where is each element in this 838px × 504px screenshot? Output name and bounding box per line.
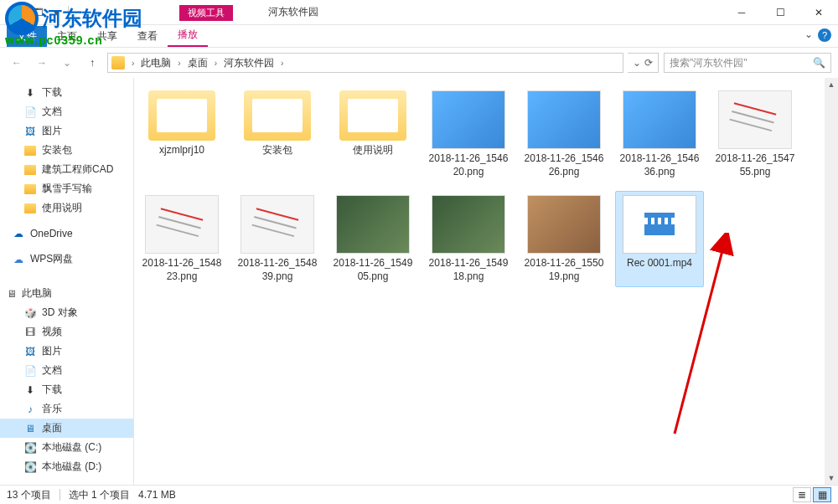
search-input[interactable]: 搜索"河东软件园" 🔍 [664, 53, 831, 73]
sidebar-group-thispc[interactable]: 🖥此电脑 [0, 284, 133, 303]
nav-forward-button[interactable]: → [32, 53, 52, 73]
sidebar-item[interactable]: ⬇下载 [0, 83, 133, 102]
folder-icon [23, 202, 37, 215]
chevron-right-icon[interactable]: › [279, 59, 285, 68]
file-name-label: 2018-11-26_154918.png [428, 257, 509, 283]
download-icon: ⬇ [23, 86, 37, 100]
file-item[interactable]: 2018-11-26_155019.png [520, 191, 608, 287]
music-icon: ♪ [23, 403, 37, 416]
nav-up-button[interactable]: ↑ [82, 53, 102, 73]
status-item-count: 13 个项目 [7, 488, 51, 502]
file-name-label: 2018-11-26_154626.png [524, 152, 604, 178]
file-name-label: 使用说明 [353, 144, 393, 157]
sidebar-item[interactable]: ☁OneDrive [0, 224, 133, 243]
sidebar-item[interactable]: 建筑工程师CAD [0, 160, 133, 179]
file-item[interactable]: 2018-11-26_154823.png [137, 191, 226, 287]
sidebar-item-label: OneDrive [30, 228, 73, 239]
folder-icon [111, 56, 125, 69]
sidebar-item[interactable]: 💽本地磁盘 (C:) [0, 438, 133, 457]
search-placeholder: 搜索"河东软件园" [670, 56, 747, 70]
sidebar-item-label: 安装包 [42, 143, 72, 157]
sidebar-item[interactable]: 🎞视频 [0, 322, 133, 342]
sidebar-item-label: 图片 [42, 344, 62, 358]
sidebar-item-label: 音乐 [42, 402, 62, 416]
sidebar-item[interactable]: ☁WPS网盘 [0, 249, 133, 269]
folder-icon [23, 144, 37, 157]
file-item[interactable]: 2018-11-26_154905.png [328, 191, 417, 287]
sidebar-item[interactable]: ⬇下载 [0, 380, 133, 399]
nav-back-button[interactable]: ← [7, 53, 27, 73]
file-item[interactable]: 2018-11-26_154636.png [615, 86, 704, 183]
file-item[interactable]: xjzmlprj10 [137, 86, 226, 183]
minimize-button[interactable]: ─ [722, 0, 761, 25]
sidebar: ⬇下载📄文档🖼图片安装包建筑工程师CAD飘雪手写输使用说明☁OneDrive☁W… [0, 78, 134, 485]
file-name-label: 2018-11-26_154839.png [237, 257, 318, 283]
image-thumbnail [241, 195, 314, 254]
file-name-label: 安装包 [262, 144, 292, 157]
address-dropdown-icon[interactable]: ⌄ [633, 57, 641, 69]
breadcrumb-folder[interactable]: 河东软件园 [220, 54, 277, 72]
sidebar-item[interactable]: 📄文档 [0, 361, 133, 380]
nav-recent-button[interactable]: ⌄ [57, 53, 77, 73]
file-item[interactable]: 2018-11-26_154626.png [520, 86, 608, 183]
sidebar-item[interactable]: ♪音乐 [0, 399, 133, 419]
sidebar-item[interactable]: 🎲3D 对象 [0, 303, 133, 322]
sidebar-item[interactable]: 飘雪手写输 [0, 179, 133, 198]
download-icon: ⬇ [23, 383, 37, 397]
refresh-icon[interactable]: ⟳ [644, 57, 653, 69]
address-field[interactable]: › 此电脑 › 桌面 › 河东软件园 › [107, 53, 623, 73]
ribbon-tab-file[interactable]: 文件 [7, 26, 47, 47]
vertical-scrollbar[interactable]: ▲▼ [825, 78, 838, 485]
sidebar-item-label: 桌面 [42, 421, 62, 435]
ribbon-expand-icon[interactable]: ⌄ [804, 28, 813, 40]
sidebar-item[interactable]: 💽本地磁盘 (D:) [0, 457, 133, 476]
statusbar: 13 个项目 选中 1 个项目 4.71 MB ≣ ▦ [0, 485, 838, 504]
chevron-right-icon[interactable]: › [213, 59, 219, 68]
view-details-button[interactable]: ≣ [793, 487, 811, 502]
sidebar-item-label: 文档 [42, 105, 62, 119]
ribbon-tab-home[interactable]: 主页 [47, 26, 87, 47]
sidebar-item[interactable]: 安装包 [0, 141, 133, 160]
sidebar-item-label: WPS网盘 [30, 252, 73, 266]
sidebar-item-label: 飘雪手写输 [42, 182, 92, 196]
file-item[interactable]: 使用说明 [328, 86, 417, 183]
image-thumbnail [527, 90, 601, 149]
sidebar-item[interactable]: 🖼图片 [0, 342, 133, 361]
breadcrumb-desktop[interactable]: 桌面 [184, 54, 211, 72]
file-item[interactable]: Rec 0001.mp4 [615, 191, 704, 287]
close-button[interactable]: ✕ [799, 0, 838, 25]
file-name-label: Rec 0001.mp4 [627, 257, 692, 270]
breadcrumb-thispc[interactable]: 此电脑 [137, 54, 174, 72]
file-area[interactable]: xjzmlprj10安装包使用说明2018-11-26_154620.png20… [134, 78, 838, 485]
file-item[interactable]: 2018-11-26_154620.png [424, 86, 513, 183]
chevron-right-icon[interactable]: › [176, 59, 182, 68]
sidebar-item[interactable]: 📄文档 [0, 102, 133, 121]
sidebar-item[interactable]: 使用说明 [0, 198, 133, 218]
sidebar-item[interactable]: 🖥桌面 [0, 419, 133, 438]
ribbon-tab-view[interactable]: 查看 [127, 26, 168, 47]
chevron-right-icon[interactable]: › [130, 59, 136, 68]
maximize-button[interactable]: ☐ [761, 0, 799, 25]
file-item[interactable]: 安装包 [233, 86, 322, 183]
sidebar-item-label: 下载 [42, 85, 62, 100]
help-icon[interactable]: ? [818, 28, 831, 42]
doc-icon: 📄 [23, 364, 37, 378]
file-item[interactable]: 2018-11-26_154839.png [233, 191, 322, 287]
sidebar-item-label: 下载 [42, 383, 62, 397]
file-item[interactable]: 2018-11-26_154755.png [711, 86, 799, 183]
folder-icon [339, 90, 406, 141]
folder-icon [23, 163, 37, 177]
ribbon-tab-share[interactable]: 共享 [87, 26, 127, 47]
status-selection: 选中 1 个项目 [69, 488, 130, 502]
view-icons-button[interactable]: ▦ [813, 487, 831, 502]
file-name-label: 2018-11-26_154755.png [715, 152, 795, 178]
disk-icon: 💽 [23, 460, 37, 474]
sidebar-item[interactable]: 🖼图片 [0, 121, 133, 141]
video-file-icon [623, 195, 696, 254]
file-item[interactable]: 2018-11-26_154918.png [424, 191, 513, 287]
quick-access-toolbar: 📁 🗔 ▾ [0, 4, 70, 21]
new-icon[interactable]: ▾ [48, 4, 65, 21]
ribbon-tab-play[interactable]: 播放 [168, 24, 208, 47]
properties-icon[interactable]: 🗔 [29, 4, 46, 21]
status-size: 4.71 MB [138, 489, 176, 501]
